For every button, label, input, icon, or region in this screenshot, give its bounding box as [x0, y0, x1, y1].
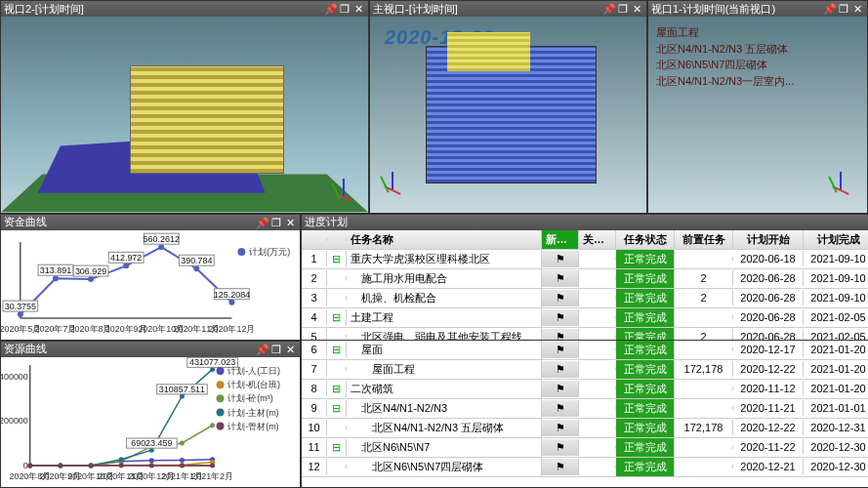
pin-icon[interactable]: 📌 [324, 3, 338, 15]
predecessor [675, 315, 733, 319]
task-state: 正常完成 [616, 289, 675, 307]
gantt-col-header[interactable]: 计划完成 [804, 230, 868, 249]
gantt-row[interactable]: 11 ⊟ 北区N6\N5\N7 ⚑ 正常完成 2020-11-22 2020-1… [302, 438, 868, 458]
row-index: 2 [302, 270, 327, 286]
expand-icon[interactable] [327, 367, 347, 371]
expand-icon[interactable]: ⊟ [327, 400, 347, 417]
restore-icon[interactable]: ❐ [616, 3, 630, 15]
pin-icon[interactable]: 📌 [823, 3, 837, 15]
fund-curve-panel: 资金曲线 📌 ❐ ✕ 30.3755313.891306.929412.9725… [0, 214, 301, 341]
plan-start: 2020-11-22 [733, 439, 804, 455]
close-icon[interactable]: ✕ [351, 3, 365, 15]
expand-icon[interactable] [327, 276, 347, 280]
gantt-header: 任务名称新增条目关联状态任务状态前置任务计划开始计划完成实际开始实际完成 [302, 230, 868, 250]
flag-icon[interactable]: ⚑ [542, 420, 579, 436]
gantt-grid-cont[interactable]: 6 ⊟ 屋面 ⚑ 正常完成 2020-12-17 2021-01-20 2020… [302, 341, 868, 487]
resource-curve-titlebar[interactable]: 资源曲线 📌 ❐ ✕ [1, 342, 300, 357]
gantt-col-header[interactable]: 任务名称 [347, 230, 542, 249]
task-state: 正常完成 [616, 269, 675, 288]
svg-point-57 [210, 423, 215, 427]
restore-icon[interactable]: ❐ [269, 217, 283, 228]
gantt-row[interactable]: 5 北区强电、弱电及其他安装工程线管预埋配合 ⚑ 正常完成 2 2020-06-… [302, 328, 868, 340]
flag-icon[interactable]: ⚑ [542, 459, 579, 475]
expand-icon[interactable]: ⊟ [327, 251, 347, 267]
flag-icon[interactable]: ⚑ [542, 309, 579, 326]
assoc-state [579, 257, 616, 261]
close-icon[interactable]: ✕ [283, 217, 297, 228]
pin-icon[interactable]: 📌 [256, 344, 269, 355]
gantt-col-header[interactable] [302, 237, 327, 241]
flag-icon[interactable]: ⚑ [542, 342, 579, 358]
gantt-col-header[interactable]: 计划开始 [733, 230, 804, 249]
fund-curve-chart[interactable]: 30.3755313.891306.929412.972560.2612390.… [1, 230, 300, 340]
expand-icon[interactable]: ⊟ [327, 342, 347, 358]
predecessor [675, 386, 733, 390]
svg-point-14 [158, 244, 164, 250]
task-name: 屋面 [347, 341, 542, 359]
gantt-row[interactable]: 1 ⊟ 重庆大学虎溪校区理科楼北区 ⚑ 正常完成 2020-06-18 2021… [302, 250, 868, 269]
task-name: 屋面工程 [347, 360, 542, 379]
restore-icon[interactable]: ❐ [338, 3, 351, 15]
expand-icon[interactable] [327, 426, 347, 429]
main-viewport-panel: 主视口-[计划时间] 📌 ❐ ✕ 2020-12-26 [369, 0, 647, 214]
gantt-titlebar[interactable]: 进度计划 📌 ❐ ✕ [302, 215, 868, 230]
close-icon[interactable]: ✕ [283, 344, 297, 355]
flag-icon[interactable]: ⚑ [542, 251, 579, 267]
gantt-row[interactable]: 4 ⊟ 土建工程 ⚑ 正常完成 2020-06-28 2021-02-05 20… [302, 308, 868, 328]
close-icon[interactable]: ✕ [850, 3, 864, 15]
gantt-row[interactable]: 3 机操、机检配合 ⚑ 正常完成 2 2020-06-28 2021-09-10… [302, 289, 868, 308]
gantt-col-header[interactable]: 前置任务 [675, 230, 733, 249]
flag-icon[interactable]: ⚑ [542, 381, 579, 397]
expand-icon[interactable] [327, 296, 347, 300]
gantt-row[interactable]: 6 ⊟ 屋面 ⚑ 正常完成 2020-12-17 2021-01-20 2020… [302, 341, 868, 360]
viewport-2-titlebar[interactable]: 视口2-[计划时间] 📌 ❐ ✕ [1, 1, 368, 17]
restore-icon[interactable]: ❐ [837, 3, 850, 15]
flag-icon[interactable]: ⚑ [542, 400, 579, 417]
expand-icon[interactable] [327, 335, 347, 339]
task-state: 正常完成 [616, 328, 675, 340]
gantt-row[interactable]: 10 北区N4/N1-N2/N3 五层砌体 ⚑ 正常完成 172,178 202… [302, 419, 868, 438]
expand-icon[interactable]: ⊟ [327, 381, 347, 397]
expand-icon[interactable]: ⊟ [327, 439, 347, 456]
flag-icon[interactable]: ⚑ [542, 290, 579, 306]
close-icon[interactable]: ✕ [630, 3, 643, 15]
predecessor: 172,178 [675, 361, 733, 377]
viewport-2-canvas[interactable] [1, 17, 368, 213]
main-viewport-canvas[interactable]: 2020-12-26 [370, 17, 646, 213]
resource-curve-chart[interactable]: 020000040000069023.459310857.511431077.0… [1, 357, 300, 487]
expand-icon[interactable]: ⊟ [327, 309, 347, 326]
svg-point-87 [217, 381, 225, 388]
gantt-col-header[interactable]: 关联状态 [579, 230, 616, 249]
gantt-row[interactable]: 2 施工用水用电配合 ⚑ 正常完成 2 2020-06-28 2021-09-1… [302, 269, 868, 289]
restore-icon[interactable]: ❐ [269, 344, 283, 355]
flag-icon[interactable]: ⚑ [542, 329, 579, 340]
flag-icon[interactable]: ⚑ [542, 270, 579, 287]
pin-icon[interactable]: 📌 [602, 3, 616, 15]
gantt-row[interactable]: 12 北区N6\N5\N7四层砌体 ⚑ 正常完成 2020-12-21 2020… [302, 458, 868, 477]
task-name: 机操、机检配合 [347, 289, 542, 307]
gantt-grid[interactable]: 任务名称新增条目关联状态任务状态前置任务计划开始计划完成实际开始实际完成 1 ⊟… [302, 230, 868, 340]
expand-icon[interactable] [327, 465, 347, 468]
predecessor: 2 [675, 329, 733, 340]
svg-point-65 [27, 463, 32, 468]
gantt-col-header[interactable]: 新增条目 [542, 230, 579, 249]
assoc-state [579, 335, 616, 339]
info-line: 北区N6\N5\N7四层砌体 [656, 57, 859, 73]
fund-curve-titlebar[interactable]: 资金曲线 📌 ❐ ✕ [1, 215, 300, 230]
gantt-row[interactable]: 8 ⊟ 二次砌筑 ⚑ 正常完成 2020-11-12 2021-01-20 20… [302, 380, 868, 399]
svg-point-93 [217, 422, 225, 429]
gantt-row[interactable]: 9 ⊟ 北区N4/N1-N2/N3 ⚑ 正常完成 2020-11-21 2021… [302, 399, 868, 419]
svg-text:306.929: 306.929 [75, 266, 106, 276]
gantt-col-header[interactable] [327, 237, 347, 241]
predecessor [675, 347, 733, 351]
plan-end: 2020-12-31 [804, 420, 868, 435]
viewport-1-info[interactable]: 屋面工程 北区N4/N1-N2/N3 五层砌体 北区N6\N5\N7四层砌体 北… [648, 17, 867, 213]
flag-icon[interactable]: ⚑ [542, 439, 579, 456]
gantt-col-header[interactable]: 任务状态 [616, 230, 675, 249]
main-viewport-titlebar[interactable]: 主视口-[计划时间] 📌 ❐ ✕ [370, 1, 646, 17]
pin-icon[interactable]: 📌 [256, 217, 269, 228]
flag-icon[interactable]: ⚑ [542, 361, 579, 378]
assoc-state [579, 347, 616, 351]
gantt-row[interactable]: 7 屋面工程 ⚑ 正常完成 172,178 2020-12-22 2021-01… [302, 360, 868, 380]
viewport-1-titlebar[interactable]: 视口1-计划时间(当前视口) 📌 ❐ ✕ [648, 1, 867, 17]
